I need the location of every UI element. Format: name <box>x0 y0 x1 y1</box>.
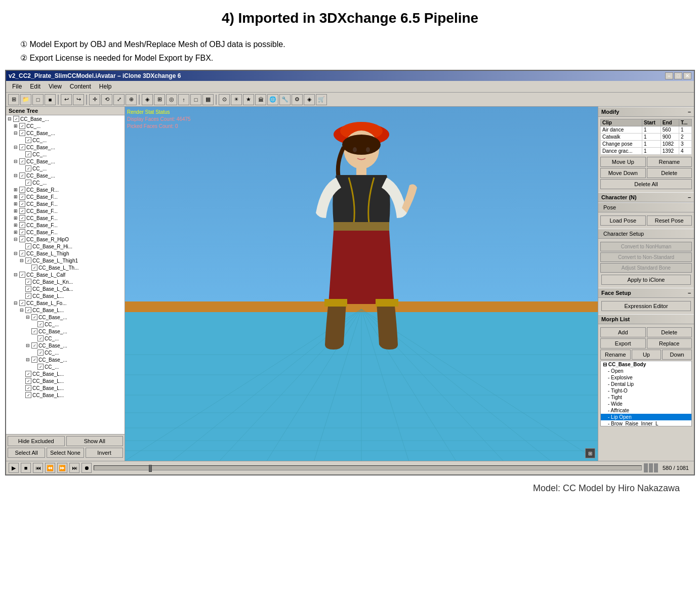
tree-checkbox[interactable] <box>37 350 44 356</box>
move-down-button[interactable]: Move Down <box>600 168 646 178</box>
screenshot-button[interactable]: ⊞ <box>585 448 595 458</box>
tree-checkbox[interactable] <box>25 378 31 384</box>
tree-checkbox[interactable] <box>25 165 31 171</box>
tree-item[interactable]: ⊟CC_Base_... <box>6 356 125 363</box>
tree-checkbox[interactable] <box>19 172 25 179</box>
tree-expand-icon[interactable]: ⊞ <box>13 201 18 206</box>
menu-view[interactable]: View <box>45 82 66 91</box>
select-all-button[interactable]: Select All <box>8 448 45 458</box>
morph-leaf-item[interactable]: - Tight-O <box>601 387 691 394</box>
tree-item[interactable]: ⊞CC_Base_F... <box>6 193 125 200</box>
tree-checkbox[interactable] <box>19 215 25 221</box>
tree-expand-icon[interactable]: ⊞ <box>13 194 18 199</box>
modify-collapse-icon[interactable]: – <box>688 109 691 115</box>
scene-tree-content[interactable]: ⊟CC_Base_...⊞CC_...⊟CC_Base_...CC_...⊟CC… <box>6 115 125 434</box>
morph-leaf-item[interactable]: - Wide <box>601 401 691 407</box>
tree-checkbox[interactable] <box>25 307 31 313</box>
tree-checkbox[interactable] <box>37 321 44 327</box>
toolbar-btn-21[interactable]: 🌐 <box>267 94 278 105</box>
tree-item[interactable]: ⊟CC_Base_L_Thigh <box>6 250 125 257</box>
tree-item[interactable]: CC_Base_L_Ca... <box>6 285 125 292</box>
tree-expand-icon[interactable]: ⊟ <box>13 251 18 256</box>
morph-leaf-item[interactable]: - Explosive <box>601 374 691 381</box>
tree-checkbox[interactable] <box>25 279 31 285</box>
character-collapse-icon[interactable]: – <box>688 194 691 200</box>
tree-item[interactable]: ⊟CC_Base_L_Thigh1 <box>6 257 125 264</box>
tree-checkbox[interactable] <box>19 229 25 235</box>
tree-checkbox[interactable] <box>25 137 31 143</box>
tree-checkbox[interactable] <box>31 328 37 334</box>
toolbar-btn-13[interactable]: ◎ <box>166 94 177 105</box>
tree-item[interactable]: ⊞CC_Base_F... <box>6 200 125 207</box>
clip-row[interactable]: Change pose110823 <box>601 141 692 148</box>
tree-expand-icon[interactable]: ⊟ <box>13 272 18 277</box>
close-button[interactable]: ✕ <box>683 72 691 79</box>
menu-file[interactable]: File <box>8 82 26 91</box>
play-button[interactable]: ▶ <box>9 463 19 473</box>
morph-leaf-item[interactable]: - Lip Open <box>601 414 691 420</box>
tree-checkbox[interactable] <box>25 180 31 186</box>
toolbar-btn-2[interactable]: 📁 <box>20 94 31 105</box>
tree-item[interactable]: ⊟CC_Base_... <box>6 144 125 151</box>
hide-excluded-button[interactable]: Hide Excluded <box>8 436 65 446</box>
tree-checkbox[interactable] <box>19 130 25 136</box>
tree-expand-icon[interactable] <box>19 393 24 398</box>
toolbar-btn-15[interactable]: □ <box>190 94 201 105</box>
timeline-thumb[interactable] <box>149 465 152 472</box>
stop-button[interactable]: ■ <box>21 463 31 473</box>
tree-item[interactable]: CC_... <box>6 321 125 328</box>
morph-down-button[interactable]: Down <box>662 350 692 360</box>
toolbar-btn-10[interactable]: ⊕ <box>126 94 137 105</box>
tree-checkbox[interactable] <box>25 371 31 377</box>
menu-edit[interactable]: Edit <box>26 82 45 91</box>
load-pose-button[interactable]: Load Pose <box>600 215 646 226</box>
tree-item[interactable]: CC_... <box>6 179 125 186</box>
tree-item[interactable]: ⊟CC_Base_... <box>6 314 125 321</box>
tree-checkbox[interactable] <box>31 265 37 271</box>
tree-item[interactable]: ⊟CC_Base_... <box>6 158 125 165</box>
tree-checkbox[interactable] <box>19 194 25 200</box>
face-setup-collapse-icon[interactable]: – <box>688 290 691 296</box>
minimize-button[interactable]: – <box>665 72 673 79</box>
tree-checkbox[interactable] <box>31 342 37 349</box>
tree-checkbox[interactable] <box>37 335 44 341</box>
tree-item[interactable]: ⊞CC_... <box>6 122 125 129</box>
tree-expand-icon[interactable] <box>31 336 36 341</box>
morph-leaf-item[interactable]: - Brow_Raise_Inner_L <box>601 420 691 426</box>
tree-item[interactable]: CC_Base_L... <box>6 377 125 384</box>
toolbar-btn-11[interactable]: ◈ <box>142 94 153 105</box>
tree-expand-icon[interactable]: ⊟ <box>13 131 18 136</box>
tree-item[interactable]: ⊟CC_Base_... <box>6 115 125 122</box>
tree-item[interactable]: CC_Base_L... <box>6 292 125 299</box>
tree-checkbox[interactable] <box>25 286 31 292</box>
expression-editor-button[interactable]: Expression Editor <box>601 301 691 311</box>
tree-item[interactable]: ⊟CC_Base_... <box>6 172 125 179</box>
rename-button[interactable]: Rename <box>647 157 692 167</box>
tree-checkbox[interactable] <box>19 222 25 228</box>
tree-checkbox[interactable] <box>31 357 37 363</box>
tree-expand-icon[interactable] <box>19 378 24 383</box>
tree-checkbox[interactable] <box>25 293 31 299</box>
toolbar-btn-1[interactable]: ⊞ <box>8 94 19 105</box>
tree-item[interactable]: ⊞CC_Base_F... <box>6 207 125 214</box>
tree-expand-icon[interactable] <box>19 152 24 157</box>
tree-checkbox[interactable] <box>19 300 25 306</box>
tree-expand-icon[interactable] <box>31 364 36 369</box>
apply-iclone-button[interactable]: Apply to iClone <box>601 275 691 285</box>
tree-checkbox[interactable] <box>25 257 31 264</box>
tree-item[interactable]: ⊞CC_Base_F... <box>6 229 125 236</box>
morph-delete-button[interactable]: Delete <box>647 327 692 337</box>
tree-item[interactable]: CC_... <box>6 137 125 144</box>
tree-item[interactable]: CC_Base_L_Th... <box>6 264 125 271</box>
morph-list-tree[interactable]: ⊟ CC_Base_Body- Open- Explosive- Dental … <box>600 361 692 426</box>
tree-checkbox[interactable] <box>25 392 31 398</box>
morph-export-button[interactable]: Export <box>600 338 646 349</box>
toolbar-btn-5[interactable]: ↩ <box>61 94 72 105</box>
tree-expand-icon[interactable]: ⊟ <box>25 315 30 320</box>
toolbar-btn-19[interactable]: ★ <box>243 94 254 105</box>
viewport[interactable]: Render Stat Status Display Faces Count: … <box>125 107 598 461</box>
clip-row[interactable]: Air dance15601 <box>601 126 692 134</box>
toolbar-btn-7[interactable]: ✛ <box>89 94 100 105</box>
toolbar-btn-6[interactable]: ↪ <box>73 94 84 105</box>
tree-expand-icon[interactable] <box>25 329 30 334</box>
